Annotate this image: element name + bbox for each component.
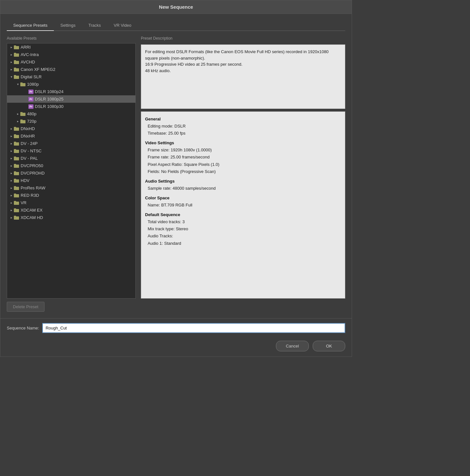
svg-rect-6 <box>14 68 19 71</box>
tree-item-arri[interactable]: ▸ ARRI <box>7 43 135 51</box>
chevron-right-icon: ▸ <box>9 141 14 146</box>
svg-rect-23 <box>14 149 16 150</box>
tab-sequence-presets[interactable]: Sequence Presets <box>7 20 54 31</box>
folder-icon <box>14 60 19 64</box>
tree-item-label: AVCHD <box>21 60 35 64</box>
folder-icon <box>14 141 19 146</box>
tab-vr-video[interactable]: VR Video <box>107 20 138 31</box>
tree-item-label: Digital SLR <box>21 74 42 79</box>
tree-item-dv-ntsc[interactable]: ▸ DV - NTSC <box>7 147 135 155</box>
svg-rect-24 <box>14 157 19 160</box>
chevron-right-icon: ▸ <box>9 171 14 176</box>
svg-rect-14 <box>20 120 25 123</box>
tree-item-dslr-1080p24[interactable]: Pr DSLR 1080p24 <box>7 88 135 95</box>
preset-list[interactable]: ▸ ARRI ▸ AVC-Intra ▸ AVCHD <box>7 43 136 299</box>
svg-rect-40 <box>14 216 19 220</box>
tree-item-dv-pal[interactable]: ▸ DV - PAL <box>7 155 135 162</box>
left-panel: Available Presets ▸ ARRI ▸ AVC-Intra <box>7 36 136 299</box>
tree-item-label: 480p <box>27 111 36 116</box>
tree-item-dvcpro50[interactable]: ▸ DVCPRO50 <box>7 162 135 169</box>
sequence-name-label: Sequence Name: <box>7 326 39 330</box>
tree-item-xdcam-ex[interactable]: ▸ XDCAM EX <box>7 206 135 214</box>
tree-item-label: DNxHD <box>21 126 35 131</box>
tree-item-red-r3d[interactable]: ▸ RED R3D <box>7 192 135 199</box>
ok-button[interactable]: OK <box>313 341 345 351</box>
tree-item-480p[interactable]: ▸ 480p <box>7 110 135 118</box>
svg-rect-38 <box>14 209 19 212</box>
sequence-name-row: Sequence Name: <box>0 318 352 338</box>
chevron-right-icon: ▸ <box>9 186 14 190</box>
tree-item-label: DV - NTSC <box>21 148 42 153</box>
folder-icon <box>14 171 19 176</box>
svg-rect-28 <box>14 172 19 175</box>
tree-item-label: DNxHR <box>21 134 35 138</box>
tree-item-label: VR <box>21 200 26 205</box>
folder-icon <box>14 45 19 50</box>
svg-rect-33 <box>14 186 16 187</box>
tree-item-dslr-1080p25[interactable]: Pr DSLR 1080p25 <box>7 95 135 103</box>
svg-rect-39 <box>14 208 16 209</box>
chevron-right-icon: ▸ <box>9 201 14 205</box>
tree-item-label: DV - PAL <box>21 156 38 161</box>
dialog-body: Sequence Presets Settings Tracks VR Vide… <box>0 14 352 318</box>
color-space-title: Color Space <box>145 195 341 202</box>
tree-item-dslr-1080p30[interactable]: Pr DSLR 1080p30 <box>7 103 135 110</box>
sequence-name-input[interactable] <box>42 323 345 333</box>
tree-item-label: RED R3D <box>21 193 39 198</box>
svg-rect-36 <box>14 202 19 205</box>
svg-rect-34 <box>14 194 19 197</box>
tab-settings[interactable]: Settings <box>54 20 82 31</box>
svg-rect-12 <box>20 113 25 116</box>
mix-track: Mix track type: Stereo <box>145 225 341 233</box>
tree-item-hdv[interactable]: ▸ HDV <box>7 177 135 184</box>
chevron-right-icon: ▸ <box>9 45 14 50</box>
svg-rect-32 <box>14 187 19 190</box>
bottom-area: Delete Preset <box>7 299 345 315</box>
tree-item-avchd[interactable]: ▸ AVCHD <box>7 58 135 66</box>
svg-rect-27 <box>14 164 16 165</box>
tree-item-canon-xf[interactable]: ▸ Canon XF MPEG2 <box>7 66 135 73</box>
svg-rect-16 <box>14 128 19 131</box>
tree-item-vr[interactable]: ▸ VR <box>7 199 135 206</box>
tree-item-dnxhr[interactable]: ▸ DNxHR <box>7 132 135 140</box>
tree-item-xdcam-hd[interactable]: ▸ XDCAM HD <box>7 214 135 221</box>
svg-rect-20 <box>14 142 19 146</box>
chevron-right-icon: ▸ <box>9 67 14 72</box>
audio-settings-title: Audio Settings <box>145 178 341 185</box>
pr-file-icon: Pr <box>28 97 34 101</box>
tree-item-720p[interactable]: ▸ 720p <box>7 118 135 125</box>
tree-item-dnxhd[interactable]: ▸ DNxHD <box>7 125 135 132</box>
audio-tracks-label: Audio Tracks: <box>145 233 341 240</box>
svg-rect-13 <box>20 112 23 113</box>
svg-rect-2 <box>14 53 19 57</box>
tree-item-label: Canon XF MPEG2 <box>21 67 55 72</box>
tree-item-label: HDV <box>21 178 29 183</box>
tree-item-avcintra[interactable]: ▸ AVC-Intra <box>7 51 135 58</box>
tree-item-dv-24p[interactable]: ▸ DV - 24P <box>7 140 135 147</box>
tab-tracks[interactable]: Tracks <box>82 20 107 31</box>
chevron-right-icon: ▸ <box>9 60 14 64</box>
video-settings-title: Video Settings <box>145 139 341 147</box>
folder-icon <box>14 164 19 168</box>
tree-item-prores-raw[interactable]: ▸ ProRes RAW <box>7 184 135 192</box>
footer-buttons: Cancel OK <box>0 338 352 357</box>
delete-preset-button[interactable]: Delete Preset <box>7 302 44 312</box>
svg-rect-21 <box>14 142 16 143</box>
folder-icon <box>20 112 26 116</box>
chevron-right-icon: ▸ <box>9 215 14 220</box>
tree-item-digital-slr[interactable]: ▾ Digital SLR <box>7 73 135 81</box>
tree-item-1080p[interactable]: ▾ 1080p <box>7 81 135 88</box>
folder-icon <box>14 52 19 57</box>
tree-item-label: XDCAM EX <box>21 208 43 213</box>
svg-rect-30 <box>14 179 19 183</box>
chevron-right-icon: ▸ <box>9 208 14 213</box>
folder-icon <box>14 186 19 190</box>
svg-rect-35 <box>14 194 16 195</box>
preset-description-box: For editing most DSLR Formats (like the … <box>141 44 345 109</box>
svg-rect-19 <box>14 134 16 135</box>
cancel-button[interactable]: Cancel <box>276 341 309 351</box>
tree-item-dvcprohd[interactable]: ▸ DVCPROHD <box>7 169 135 177</box>
svg-rect-9 <box>14 75 16 76</box>
default-sequence-title: Default Sequence <box>145 211 341 218</box>
folder-icon <box>14 134 19 138</box>
